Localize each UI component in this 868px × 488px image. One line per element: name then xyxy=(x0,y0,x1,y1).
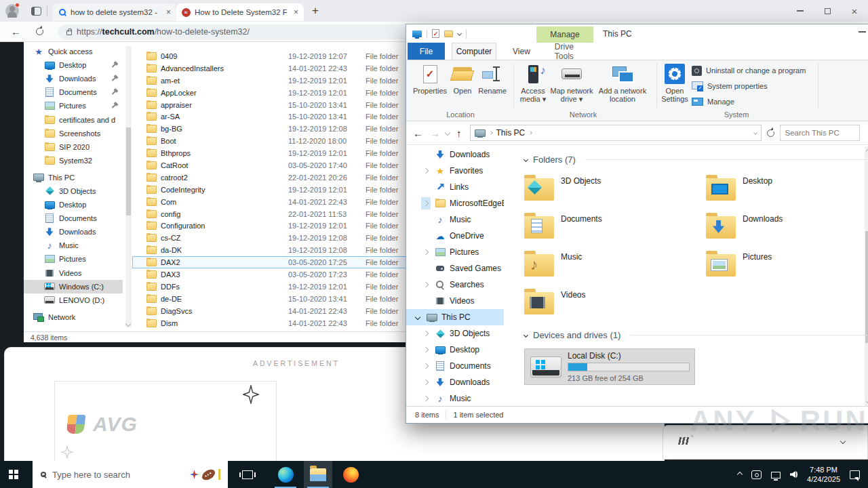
breadcrumb[interactable]: This PC xyxy=(496,128,526,138)
tree-item-this-pc[interactable]: This PC xyxy=(406,309,504,325)
properties-button[interactable]: ✓ Properties xyxy=(410,63,450,95)
search-input[interactable]: Search This PC xyxy=(780,125,860,141)
tab-view[interactable]: View xyxy=(503,43,540,60)
add-network-location-button[interactable]: Add a network location xyxy=(595,63,650,103)
browser-profile-avatar[interactable] xyxy=(5,4,19,18)
browser-tab-techcult[interactable]: tc How to Delete System32 Folder i × xyxy=(176,3,304,21)
devices-section-header[interactable]: Devices and drives (1) xyxy=(524,330,868,340)
computer-icon[interactable] xyxy=(412,30,422,37)
expand-chevron-icon[interactable] xyxy=(421,327,431,340)
new-tab-button[interactable]: + xyxy=(312,4,319,18)
recorder-icon[interactable] xyxy=(751,470,762,479)
explorer-title-bar[interactable]: ✓ xyxy=(406,24,868,43)
tree-item-searches[interactable]: Searches xyxy=(406,277,504,293)
browser-back-icon[interactable]: ← xyxy=(11,26,21,37)
expand-chevron-icon[interactable] xyxy=(421,392,431,405)
tray-expand-icon[interactable] xyxy=(737,472,743,477)
folder-tile-videos[interactable]: Videos xyxy=(524,287,695,319)
tree-item-music[interactable]: ♪Music xyxy=(406,211,504,228)
tree-item-desktop[interactable]: Desktop xyxy=(406,342,504,358)
start-button[interactable] xyxy=(0,461,33,488)
manage-button[interactable]: Manage xyxy=(692,96,734,108)
browser-tab-search[interactable]: how to delete system32 - Search × xyxy=(53,3,176,21)
clock-time: 7:48 PM xyxy=(807,465,840,474)
folder-icon xyxy=(146,76,157,85)
tree-item-downloads[interactable]: Downloads xyxy=(406,374,504,390)
taskbar-edge-button[interactable] xyxy=(271,461,300,488)
browser-minimize-button[interactable] xyxy=(787,0,814,22)
recent-locations-icon[interactable] xyxy=(445,130,450,136)
tree-item-3d-objects[interactable]: 3D Objects xyxy=(406,325,504,342)
expand-chevron-icon[interactable] xyxy=(421,165,431,177)
task-view-button[interactable] xyxy=(233,461,262,488)
volume-icon[interactable] xyxy=(790,470,797,479)
expand-chevron-icon[interactable] xyxy=(421,344,431,356)
folder-tile-music[interactable]: ♪Music xyxy=(524,249,695,281)
folder-icon xyxy=(44,129,55,138)
tree-item-music[interactable]: ♪Music xyxy=(406,390,504,407)
folder-tile-desktop[interactable]: Desktop xyxy=(706,173,868,205)
properties-check-icon[interactable]: ✓ xyxy=(432,29,439,38)
tree-item-downloads[interactable]: Downloads xyxy=(406,146,504,163)
explorer-minimize-button[interactable] xyxy=(859,31,866,33)
customize-qat-icon[interactable] xyxy=(457,31,462,36)
rename-button[interactable]: Rename xyxy=(475,63,509,95)
pictures-icon xyxy=(44,254,55,264)
collapse-icon[interactable] xyxy=(524,333,528,338)
shot-tree-item-certificates-and-d: certificates and d xyxy=(24,113,123,126)
tree-item-links[interactable]: Links xyxy=(406,179,504,195)
folder-tile-pictures[interactable]: Pictures xyxy=(706,249,868,281)
tab-file[interactable]: File xyxy=(408,43,445,60)
folder-icon xyxy=(146,100,157,110)
folder-tile-downloads[interactable]: Downloads xyxy=(706,211,868,243)
tree-item-videos[interactable]: Videos xyxy=(406,293,504,309)
address-dropdown-icon[interactable] xyxy=(753,131,757,135)
browser-restore-button[interactable] xyxy=(814,0,841,22)
tree-item-microsoftedgebackups[interactable]: MicrosoftEdgeBackups xyxy=(406,195,504,211)
folder-tile-documents[interactable]: Documents xyxy=(524,211,695,243)
system-tray: 7:48 PM 4/24/2025 xyxy=(738,465,868,484)
forward-button[interactable]: → xyxy=(430,127,440,139)
browser-close-button[interactable]: × xyxy=(841,0,868,22)
system-properties-button[interactable]: ✓ System properties xyxy=(692,80,768,92)
open-settings-button[interactable]: Open Settings xyxy=(660,63,690,103)
action-center-icon[interactable] xyxy=(850,470,860,479)
folder-icon[interactable] xyxy=(444,30,453,37)
expand-chevron-icon[interactable] xyxy=(421,197,431,209)
back-button[interactable]: ← xyxy=(413,127,423,139)
taskbar-firefox-button[interactable] xyxy=(336,461,365,488)
tree-item-favorites[interactable]: ★Favorites xyxy=(406,163,504,179)
address-bar[interactable]: This PC xyxy=(470,125,762,141)
folder-tile-3d-objects[interactable]: 3D Objects xyxy=(524,173,695,205)
tab-drive-tools[interactable]: Drive Tools xyxy=(545,43,602,60)
close-tab-icon[interactable]: × xyxy=(166,7,171,17)
avg-ad[interactable]: AVG xyxy=(54,381,277,468)
tree-item-pictures[interactable]: Pictures xyxy=(406,244,504,260)
workspaces-icon[interactable] xyxy=(31,7,41,16)
taskbar-search-input[interactable]: Type here to search xyxy=(33,461,228,488)
open-button[interactable]: Open xyxy=(451,63,474,95)
breadcrumb-chevron[interactable] xyxy=(528,131,532,135)
network-icon[interactable] xyxy=(771,472,781,479)
tree-item-documents[interactable]: Documents xyxy=(406,358,504,374)
expand-chevron-icon[interactable] xyxy=(413,311,422,323)
tree-item-saved-games[interactable]: Saved Games xyxy=(406,260,504,277)
tree-item-onedrive[interactable]: ☁OneDrive xyxy=(406,228,504,244)
uninstall-program-button[interactable]: Uninstall or change a program xyxy=(692,64,806,77)
browser-refresh-icon[interactable] xyxy=(36,28,43,35)
local-disk-tile[interactable]: Local Disk (C:) 213 GB free of 254 GB xyxy=(524,348,695,385)
expand-chevron-icon[interactable] xyxy=(421,360,431,372)
expand-chevron-icon[interactable] xyxy=(421,246,431,258)
collapse-icon[interactable] xyxy=(524,157,528,162)
map-network-drive-button[interactable]: Map network drive ▾ xyxy=(549,63,594,103)
access-media-button[interactable]: Access media ▾ xyxy=(517,63,549,103)
taskbar-explorer-button[interactable] xyxy=(304,461,332,488)
folders-section-header[interactable]: Folders (7) xyxy=(524,155,868,165)
expand-chevron-icon[interactable] xyxy=(421,279,431,291)
up-button[interactable]: ↑ xyxy=(456,127,462,139)
expand-chevron-icon[interactable] xyxy=(421,376,431,388)
taskbar-clock[interactable]: 7:48 PM 4/24/2025 xyxy=(807,465,840,484)
tab-computer[interactable]: Computer xyxy=(452,43,496,60)
refresh-icon[interactable] xyxy=(767,129,774,137)
close-tab-icon[interactable]: × xyxy=(294,7,298,17)
